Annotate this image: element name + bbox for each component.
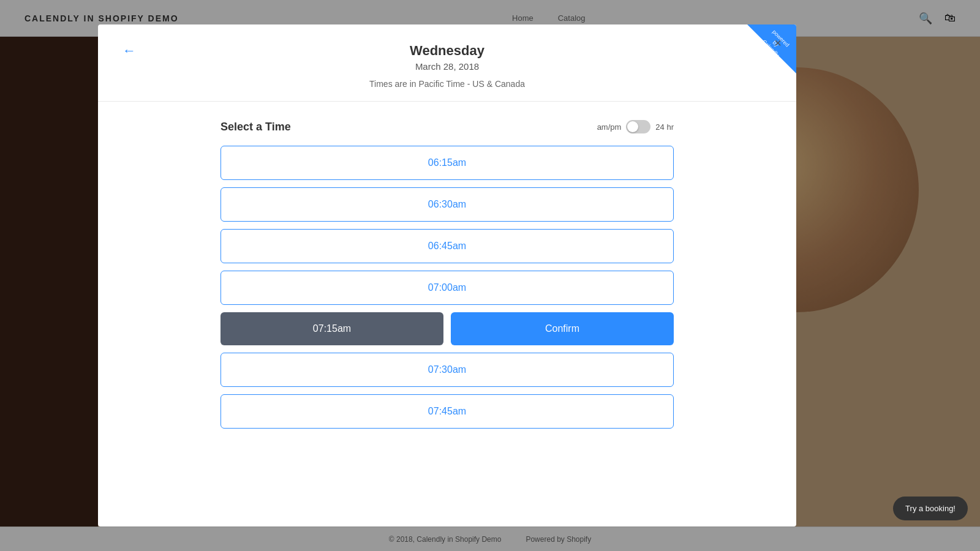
modal-header: ← Wednesday March 28, 2018 Times are in … [98,24,796,102]
select-time-label: Select a Time [221,121,291,133]
24hr-label: 24 hr [655,122,674,132]
modal-body: Select a Time am/pm 24 hr 06:15am 06:30a… [98,102,796,524]
back-icon: ← [123,43,136,58]
confirm-button[interactable]: Confirm [451,312,674,345]
selected-time-row: 07:15am Confirm [221,312,674,345]
close-button[interactable]: × [769,34,786,51]
toggle-knob [627,121,638,132]
select-time-header: Select a Time am/pm 24 hr [221,120,674,133]
time-slot-0730[interactable]: 07:30am [221,353,674,387]
scheduling-modal: × poweredbyCalendly ← Wednesday March 28… [98,24,796,527]
time-slot-0715-selected[interactable]: 07:15am [221,312,443,345]
try-booking-button[interactable]: Try a booking! [893,497,968,520]
modal-date: March 28, 2018 [123,61,772,72]
modal-timezone: Times are in Pacific Time - US & Canada [123,79,772,89]
time-slot-0700[interactable]: 07:00am [221,271,674,305]
close-icon: × [774,36,782,50]
modal-day: Wednesday [123,43,772,59]
time-format-toggle: am/pm 24 hr [597,120,674,133]
format-toggle-switch[interactable] [626,120,650,133]
time-slot-0615[interactable]: 06:15am [221,146,674,180]
time-slot-0745[interactable]: 07:45am [221,394,674,429]
ampm-label: am/pm [597,122,622,132]
time-slot-0645[interactable]: 06:45am [221,229,674,263]
time-slot-0630[interactable]: 06:30am [221,187,674,222]
back-button[interactable]: ← [123,43,136,59]
